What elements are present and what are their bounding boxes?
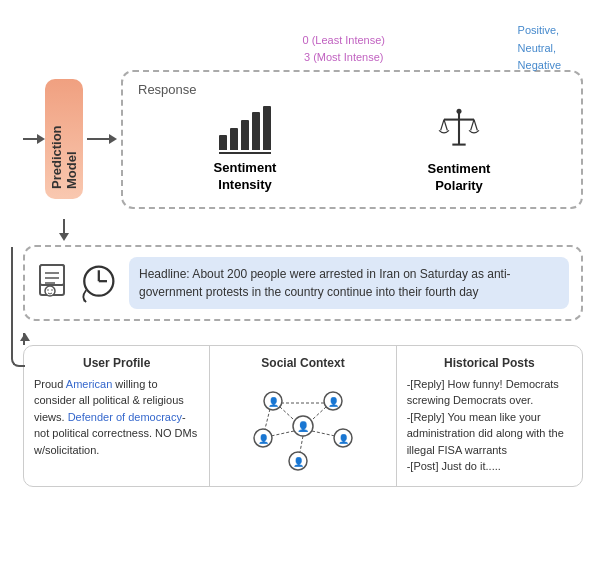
user-profile-panel: User Profile Proud American willing to c… bbox=[24, 346, 210, 486]
user-profile-title: User Profile bbox=[34, 356, 199, 370]
svg-text:👤: 👤 bbox=[292, 456, 304, 468]
user-profile-text: Proud American willing to consider all p… bbox=[34, 376, 199, 459]
history-icon bbox=[77, 261, 117, 305]
social-context-panel: Social Context 👤 👤 👤 👤 👤 bbox=[210, 346, 396, 486]
polarity-annotation: Positive, Neutral, Negative bbox=[518, 22, 561, 75]
document-icon bbox=[37, 263, 71, 303]
svg-text:👤: 👤 bbox=[297, 420, 310, 433]
network-svg: 👤 👤 👤 👤 👤 👤 bbox=[243, 376, 363, 476]
historical-posts-text: -[Reply] How funny! Democrats screwing D… bbox=[407, 376, 572, 475]
svg-text:👤: 👤 bbox=[267, 396, 279, 408]
svg-line-33 bbox=[313, 407, 326, 419]
prediction-model-box: Prediction Model bbox=[45, 79, 83, 199]
sentiment-polarity-item: SentimentPolarity bbox=[428, 105, 491, 195]
historical-posts-panel: Historical Posts -[Reply] How funny! Dem… bbox=[397, 346, 582, 486]
svg-line-2 bbox=[441, 120, 444, 131]
bottom-section: User Profile Proud American willing to c… bbox=[23, 345, 583, 487]
svg-line-32 bbox=[280, 407, 293, 419]
svg-line-36 bbox=[300, 436, 303, 452]
sentiment-intensity-item: SentimentIntensity bbox=[214, 105, 277, 194]
svg-point-7 bbox=[457, 109, 462, 114]
defender-link: Defender of democracy bbox=[68, 411, 182, 423]
input-icons-group bbox=[37, 261, 117, 305]
svg-line-38 bbox=[265, 409, 270, 429]
svg-point-14 bbox=[47, 289, 49, 291]
bar-chart-icon bbox=[219, 105, 271, 154]
svg-text:👤: 👤 bbox=[327, 396, 339, 408]
main-diagram: Prediction Model 0 (Least Intense) 3 (Mo… bbox=[13, 12, 593, 572]
sentiment-intensity-label: SentimentIntensity bbox=[214, 160, 277, 194]
svg-line-5 bbox=[474, 120, 477, 131]
svg-line-3 bbox=[444, 120, 447, 131]
svg-text:👤: 👤 bbox=[257, 433, 269, 445]
sentiment-polarity-label: SentimentPolarity bbox=[428, 161, 491, 195]
headline-text: Headline: About 200 people were arrested… bbox=[129, 257, 569, 309]
svg-line-34 bbox=[271, 431, 294, 436]
network-diagram: 👤 👤 👤 👤 👤 👤 bbox=[220, 376, 385, 476]
historical-posts-title: Historical Posts bbox=[407, 356, 572, 370]
svg-line-35 bbox=[312, 431, 335, 436]
american-link: American bbox=[66, 378, 112, 390]
input-section: Headline: About 200 people were arrested… bbox=[23, 245, 583, 321]
social-context-title: Social Context bbox=[220, 356, 385, 370]
response-box: 0 (Least Intense) 3 (Most Intense) Posit… bbox=[121, 70, 583, 209]
svg-point-15 bbox=[51, 289, 53, 291]
scale-icon bbox=[434, 105, 484, 155]
svg-text:👤: 👤 bbox=[337, 433, 349, 445]
svg-rect-9 bbox=[40, 265, 64, 285]
response-label: Response bbox=[138, 82, 566, 97]
scale-annotation: 0 (Least Intense) 3 (Most Intense) bbox=[302, 32, 385, 65]
svg-line-4 bbox=[471, 120, 474, 131]
